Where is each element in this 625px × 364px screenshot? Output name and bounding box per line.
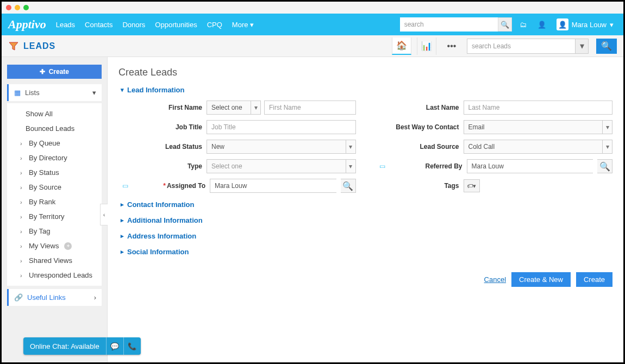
lead-status-label: Lead Status: [121, 143, 202, 150]
section-lead-info[interactable]: ▾ Lead Information: [121, 86, 612, 94]
search-icon: 🔍: [601, 41, 612, 51]
minimize-window-icon[interactable]: [15, 5, 20, 10]
chat-icon: 💬: [110, 342, 119, 350]
referred-by-label: Referred By: [390, 162, 462, 170]
nav-cpq[interactable]: CPQ: [207, 21, 222, 29]
job-title-input[interactable]: [207, 120, 356, 134]
cancel-button[interactable]: Cancel: [484, 275, 506, 284]
section-additional-info[interactable]: ▸ Additional Information: [121, 216, 612, 224]
global-search-input[interactable]: [400, 17, 498, 32]
phone-icon: 📞: [128, 342, 136, 350]
type-label: Type: [121, 162, 202, 170]
sidebar-item-by-rank[interactable]: ›By Rank: [7, 194, 102, 209]
avatar-icon: 👤: [557, 18, 568, 30]
chevron-down-icon: ▾: [92, 89, 96, 97]
sidebar-item-shared-views[interactable]: ›Shared Views: [7, 253, 102, 268]
sidebar-lists: Show All Bounced Leads ›By Queue ›By Dir…: [7, 103, 102, 286]
chevron-down-icon: ▾: [251, 101, 260, 114]
sidebar-item-by-status[interactable]: ›By Status: [7, 165, 102, 180]
sidebar-item-by-source[interactable]: ›By Source: [7, 180, 102, 194]
page-title: Create Leads: [118, 67, 612, 78]
assigned-to-input[interactable]: [210, 179, 336, 193]
nav-donors[interactable]: Donors: [122, 21, 145, 29]
last-name-input[interactable]: [464, 101, 613, 115]
sidebar-item-by-territory[interactable]: ›By Territory: [7, 209, 102, 224]
create-submit-button[interactable]: Create: [576, 272, 612, 287]
chevron-right-icon: ▸: [121, 248, 124, 255]
module-search-dropdown[interactable]: ▾: [576, 39, 589, 54]
best-way-label: Best Way to Contact: [378, 123, 459, 131]
global-search-button[interactable]: 🔍: [498, 17, 512, 32]
first-name-input[interactable]: [264, 101, 356, 115]
create-and-new-button[interactable]: Create & New: [511, 272, 571, 287]
create-button[interactable]: ✚ Create: [7, 65, 102, 79]
sidebar-item-by-queue[interactable]: ›By Queue: [7, 136, 102, 150]
chat-message-button[interactable]: 💬: [106, 337, 123, 355]
add-view-icon[interactable]: +: [64, 242, 72, 250]
tags-label: Tags: [378, 182, 459, 190]
sidebar-item-my-views[interactable]: ›My Views+: [7, 239, 102, 253]
salutation-select[interactable]: Select one▾: [207, 101, 261, 115]
module-search-input[interactable]: [467, 39, 576, 54]
sidebar-useful-links[interactable]: 🔗 Useful Links ›: [7, 289, 102, 306]
user-name: Mara Louw: [572, 21, 607, 29]
chevron-right-icon: ›: [94, 293, 96, 302]
chevron-left-icon: ‹: [103, 211, 105, 218]
global-search: 🔍: [400, 17, 512, 32]
chart-view-button[interactable]: 📊: [417, 37, 436, 55]
nav-more[interactable]: More ▾: [232, 21, 254, 29]
search-icon: 🔍: [599, 161, 610, 172]
chevron-right-icon: ›: [20, 243, 26, 249]
chevron-down-icon: ▾: [602, 140, 612, 153]
main-content: Create Leads ▾ Lead Information First Na…: [108, 57, 623, 362]
module-search-button[interactable]: 🔍: [596, 39, 617, 54]
collapse-sidebar-button[interactable]: ‹: [100, 204, 108, 225]
chevron-right-icon: ▸: [121, 233, 124, 240]
lead-info-form: First Name Select one▾ Last Name Job Tit…: [121, 101, 612, 193]
best-way-select[interactable]: Email▾: [464, 120, 613, 134]
chevron-right-icon: ›: [20, 140, 26, 147]
type-select[interactable]: Select one▾: [207, 159, 356, 173]
lead-source-select[interactable]: Cold Call▾: [464, 140, 613, 154]
sidebar-lists-header[interactable]: ▦ Lists ▾: [7, 84, 102, 101]
apps-icon[interactable]: 🗂: [516, 17, 530, 32]
section-address-info[interactable]: ▸ Address Information: [121, 232, 612, 240]
referred-by-input[interactable]: [467, 159, 593, 173]
first-name-label: First Name: [121, 104, 202, 111]
home-icon: 🏠: [396, 40, 407, 51]
user-menu[interactable]: 👤 Mara Louw ▾: [553, 18, 617, 30]
assigned-to-label: *Assigned To: [133, 182, 205, 190]
section-social-info[interactable]: ▸ Social Information: [121, 248, 612, 256]
grid-icon: ▦: [14, 89, 21, 97]
more-actions-button[interactable]: •••: [442, 37, 461, 55]
chevron-right-icon: ›: [20, 272, 26, 279]
close-window-icon[interactable]: [6, 5, 11, 10]
module-bar: LEADS 🏠 📊 ••• ▾ 🔍: [2, 35, 623, 57]
home-view-button[interactable]: 🏠: [392, 37, 411, 55]
nav-contacts[interactable]: Contacts: [85, 21, 112, 29]
nav-opportunities[interactable]: Opportunities: [155, 21, 197, 29]
sidebar-item-show-all[interactable]: Show All: [7, 106, 102, 121]
notifications-icon[interactable]: 👤: [535, 17, 549, 32]
chat-call-button[interactable]: 📞: [123, 337, 141, 355]
chevron-down-icon: ▾: [610, 21, 614, 29]
sidebar-item-by-tag[interactable]: ›By Tag: [7, 224, 102, 239]
brand-logo[interactable]: Apptivo: [8, 17, 46, 32]
nav-leads[interactable]: Leads: [56, 21, 75, 29]
topbar: Apptivo Leads Contacts Donors Opportunit…: [2, 14, 623, 35]
sidebar: ✚ Create ▦ Lists ▾ Show All Bounced Lead…: [2, 57, 108, 362]
chevron-down-icon: ▾: [602, 121, 612, 134]
chevron-right-icon: ›: [20, 228, 26, 235]
chevron-right-icon: ▸: [121, 201, 124, 208]
sidebar-item-unresponded[interactable]: ›Unresponded Leads: [7, 268, 102, 283]
section-contact-info[interactable]: ▸ Contact Information: [121, 200, 612, 209]
sidebar-item-bounced[interactable]: Bounced Leads: [7, 121, 102, 136]
lead-status-select[interactable]: New▾: [207, 140, 356, 154]
referred-by-lookup-button[interactable]: 🔍: [597, 159, 612, 173]
ellipsis-icon: •••: [447, 41, 457, 51]
tags-button[interactable]: 🏷▾: [464, 179, 480, 192]
assigned-to-lookup-button[interactable]: 🔍: [341, 179, 356, 193]
chevron-right-icon: ›: [20, 199, 26, 205]
maximize-window-icon[interactable]: [23, 5, 29, 10]
sidebar-item-by-directory[interactable]: ›By Directory: [7, 150, 102, 165]
